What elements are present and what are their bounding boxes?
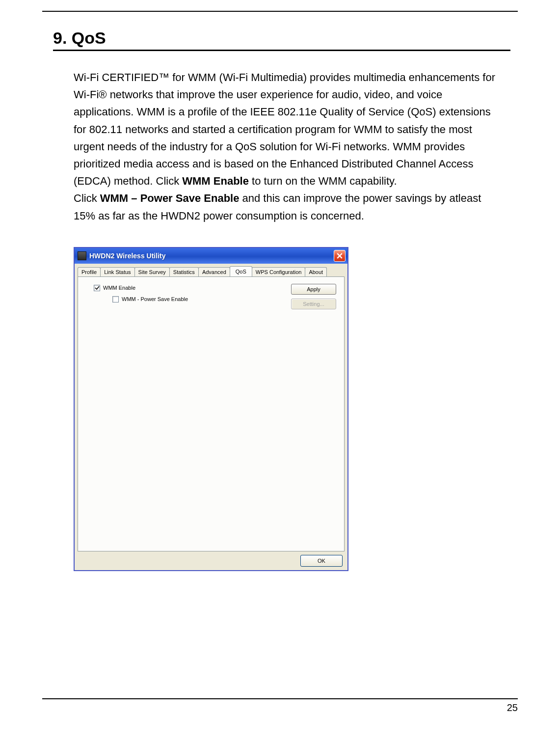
wmm-ps-label: WMM - Power Save Enable [122, 296, 188, 302]
window-title: HWDN2 Wireless Utility [89, 252, 334, 260]
tab-site-survey[interactable]: Site Survey [134, 267, 170, 276]
tab-panel-qos: WMM Enable WMM - Power Save Enable Apply… [78, 276, 345, 551]
section-number: 9. [53, 28, 67, 47]
wmm-ps-checkbox[interactable] [112, 296, 119, 302]
ok-button[interactable]: OK [300, 555, 343, 567]
section-heading: 9. QoS [53, 28, 510, 48]
tab-link-status[interactable]: Link Status [100, 267, 134, 276]
page-number: 25 [42, 702, 518, 714]
para-1a: Wi-Fi CERTIFIED™ for WMM (Wi-Fi Multimed… [74, 71, 495, 187]
body-text: Wi-Fi CERTIFIED™ for WMM (Wi-Fi Multimed… [74, 69, 501, 224]
tab-wps-configuration[interactable]: WPS Configuration [252, 267, 306, 276]
footer-rule [42, 698, 518, 699]
close-icon [337, 253, 343, 259]
page: 9. QoS Wi-Fi CERTIFIED™ for WMM (Wi-Fi M… [0, 0, 560, 741]
tab-about[interactable]: About [305, 267, 327, 276]
tab-profile[interactable]: Profile [78, 267, 101, 276]
wmm-enable-checkbox[interactable] [94, 285, 100, 291]
para-1b: to turn on the WMM capability. [249, 175, 397, 187]
para-1-bold: WMM Enable [182, 175, 249, 187]
wmm-enable-label: WMM Enable [103, 285, 135, 291]
heading-underline [53, 50, 510, 51]
top-rule [42, 11, 518, 12]
para-2-bold: WMM – Power Save Enable [100, 192, 240, 204]
dialog-window: HWDN2 Wireless Utility Profile Link Stat… [74, 247, 348, 571]
close-button[interactable] [334, 250, 346, 262]
tab-statistics[interactable]: Statistics [169, 267, 199, 276]
para-2a: Click [74, 192, 100, 204]
panel-action-buttons: Apply Setting... [291, 284, 336, 309]
checkmark-icon [95, 285, 100, 290]
dialog-bottom-bar: OK [75, 551, 347, 570]
apply-button[interactable]: Apply [291, 284, 336, 295]
content-area: 9. QoS Wi-Fi CERTIFIED™ for WMM (Wi-Fi M… [53, 28, 510, 571]
tab-qos[interactable]: QoS [230, 266, 252, 276]
footer: 25 [42, 698, 518, 714]
section-title: QoS [72, 28, 106, 47]
setting-button: Setting... [291, 299, 336, 309]
tab-advanced[interactable]: Advanced [198, 267, 230, 276]
app-icon [78, 251, 86, 260]
titlebar[interactable]: HWDN2 Wireless Utility [75, 248, 347, 264]
tab-strip: Profile Link Status Site Survey Statisti… [75, 264, 347, 276]
